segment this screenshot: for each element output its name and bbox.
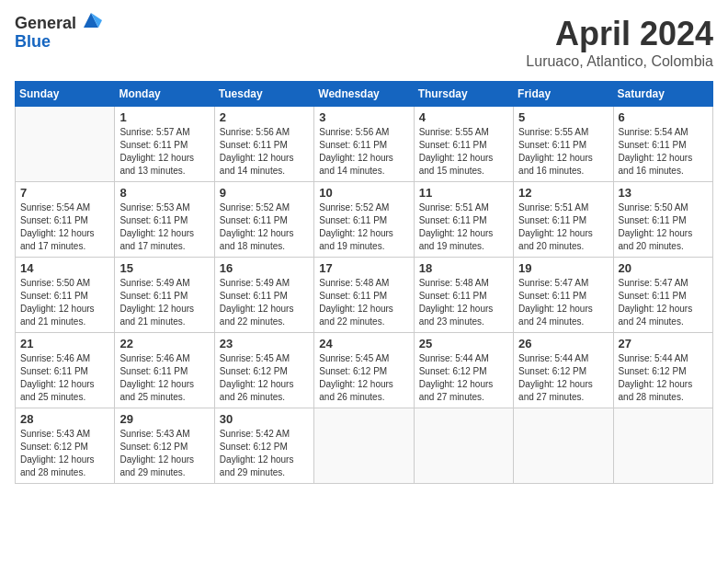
day-number: 17 (319, 261, 408, 275)
day-info: Sunrise: 5:55 AM Sunset: 6:11 PM Dayligh… (518, 126, 608, 178)
logo-general: General (15, 15, 76, 33)
day-number: 2 (220, 110, 309, 124)
calendar-day-cell: 28Sunrise: 5:43 AM Sunset: 6:12 PM Dayli… (16, 408, 115, 484)
calendar-day-cell: 25Sunrise: 5:44 AM Sunset: 6:12 PM Dayli… (414, 333, 513, 408)
day-number: 18 (419, 261, 508, 275)
day-number: 30 (220, 412, 309, 426)
day-number: 24 (319, 337, 408, 350)
day-number: 26 (518, 337, 608, 350)
weekday-header: Sunday (16, 82, 115, 107)
day-number: 15 (119, 261, 209, 275)
calendar-day-cell: 14Sunrise: 5:50 AM Sunset: 6:11 PM Dayli… (16, 258, 115, 333)
weekday-header: Wednesday (314, 82, 414, 107)
logo-blue: Blue (15, 33, 102, 52)
calendar-week-row: 1Sunrise: 5:57 AM Sunset: 6:11 PM Daylig… (16, 107, 713, 182)
calendar-day-cell: 29Sunrise: 5:43 AM Sunset: 6:12 PM Dayli… (115, 408, 214, 484)
day-number: 13 (619, 186, 708, 200)
calendar-day-cell: 13Sunrise: 5:50 AM Sunset: 6:11 PM Dayli… (613, 182, 712, 258)
day-info: Sunrise: 5:46 AM Sunset: 6:11 PM Dayligh… (20, 352, 109, 404)
weekday-header: Tuesday (214, 82, 313, 107)
day-number: 29 (119, 412, 209, 426)
day-number: 10 (319, 186, 408, 200)
day-number: 27 (619, 337, 708, 350)
day-number: 9 (220, 186, 309, 200)
calendar-day-cell (314, 408, 414, 484)
calendar-day-cell: 10Sunrise: 5:52 AM Sunset: 6:11 PM Dayli… (314, 182, 414, 258)
day-number: 16 (220, 261, 309, 275)
calendar-day-cell: 22Sunrise: 5:46 AM Sunset: 6:11 PM Dayli… (115, 333, 214, 408)
day-info: Sunrise: 5:46 AM Sunset: 6:11 PM Dayligh… (119, 352, 209, 404)
calendar-day-cell: 17Sunrise: 5:48 AM Sunset: 6:11 PM Dayli… (314, 258, 414, 333)
day-number: 11 (419, 186, 508, 200)
calendar-day-cell: 12Sunrise: 5:51 AM Sunset: 6:11 PM Dayli… (514, 182, 613, 258)
calendar-week-row: 21Sunrise: 5:46 AM Sunset: 6:11 PM Dayli… (16, 333, 713, 408)
day-info: Sunrise: 5:44 AM Sunset: 6:12 PM Dayligh… (619, 352, 708, 404)
day-number: 25 (419, 337, 508, 350)
day-info: Sunrise: 5:48 AM Sunset: 6:11 PM Dayligh… (319, 277, 408, 328)
day-info: Sunrise: 5:47 AM Sunset: 6:11 PM Dayligh… (518, 277, 608, 328)
day-number: 12 (518, 186, 608, 200)
calendar-day-cell (414, 408, 513, 484)
day-number: 6 (619, 110, 708, 124)
day-info: Sunrise: 5:56 AM Sunset: 6:11 PM Dayligh… (319, 126, 408, 178)
calendar-day-cell: 7Sunrise: 5:54 AM Sunset: 6:11 PM Daylig… (16, 182, 115, 258)
month-title: April 2024 (526, 15, 713, 53)
weekday-header: Thursday (414, 82, 513, 107)
page-header: General Blue April 2024 Luruaco, Atlanti… (15, 15, 713, 70)
calendar-day-cell: 21Sunrise: 5:46 AM Sunset: 6:11 PM Dayli… (16, 333, 115, 408)
day-number: 14 (20, 261, 109, 275)
calendar-day-cell: 8Sunrise: 5:53 AM Sunset: 6:11 PM Daylig… (115, 182, 214, 258)
calendar-day-cell: 4Sunrise: 5:55 AM Sunset: 6:11 PM Daylig… (414, 107, 513, 182)
calendar-day-cell (613, 408, 712, 484)
day-number: 5 (518, 110, 608, 124)
calendar-table: SundayMondayTuesdayWednesdayThursdayFrid… (15, 81, 713, 484)
day-number: 3 (319, 110, 408, 124)
calendar-day-cell: 11Sunrise: 5:51 AM Sunset: 6:11 PM Dayli… (414, 182, 513, 258)
day-info: Sunrise: 5:55 AM Sunset: 6:11 PM Dayligh… (419, 126, 508, 178)
weekday-header: Saturday (613, 82, 712, 107)
calendar-day-cell: 30Sunrise: 5:42 AM Sunset: 6:12 PM Dayli… (214, 408, 313, 484)
calendar-header-row: SundayMondayTuesdayWednesdayThursdayFrid… (16, 82, 713, 107)
day-info: Sunrise: 5:54 AM Sunset: 6:11 PM Dayligh… (20, 201, 109, 253)
day-number: 22 (119, 337, 209, 350)
calendar-day-cell: 6Sunrise: 5:54 AM Sunset: 6:11 PM Daylig… (613, 107, 712, 182)
logo-icon (80, 9, 102, 31)
day-info: Sunrise: 5:54 AM Sunset: 6:11 PM Dayligh… (619, 126, 708, 178)
day-info: Sunrise: 5:43 AM Sunset: 6:12 PM Dayligh… (119, 428, 209, 479)
day-info: Sunrise: 5:56 AM Sunset: 6:11 PM Dayligh… (220, 126, 309, 178)
day-number: 21 (20, 337, 109, 350)
day-info: Sunrise: 5:53 AM Sunset: 6:11 PM Dayligh… (119, 201, 209, 253)
day-info: Sunrise: 5:51 AM Sunset: 6:11 PM Dayligh… (518, 201, 608, 253)
day-number: 4 (419, 110, 508, 124)
day-info: Sunrise: 5:45 AM Sunset: 6:12 PM Dayligh… (220, 352, 309, 404)
day-number: 28 (20, 412, 109, 426)
calendar-week-row: 28Sunrise: 5:43 AM Sunset: 6:12 PM Dayli… (16, 408, 713, 484)
day-info: Sunrise: 5:52 AM Sunset: 6:11 PM Dayligh… (220, 201, 309, 253)
calendar-day-cell: 20Sunrise: 5:47 AM Sunset: 6:11 PM Dayli… (613, 258, 712, 333)
calendar-day-cell (514, 408, 613, 484)
day-number: 20 (619, 261, 708, 275)
calendar-day-cell: 18Sunrise: 5:48 AM Sunset: 6:11 PM Dayli… (414, 258, 513, 333)
weekday-header: Monday (115, 82, 214, 107)
calendar-day-cell: 2Sunrise: 5:56 AM Sunset: 6:11 PM Daylig… (214, 107, 313, 182)
title-area: April 2024 Luruaco, Atlantico, Colombia (526, 15, 713, 70)
calendar-day-cell: 24Sunrise: 5:45 AM Sunset: 6:12 PM Dayli… (314, 333, 414, 408)
day-info: Sunrise: 5:47 AM Sunset: 6:11 PM Dayligh… (619, 277, 708, 328)
day-info: Sunrise: 5:44 AM Sunset: 6:12 PM Dayligh… (419, 352, 508, 404)
day-info: Sunrise: 5:49 AM Sunset: 6:11 PM Dayligh… (119, 277, 209, 328)
logo: General Blue (15, 15, 102, 52)
day-info: Sunrise: 5:51 AM Sunset: 6:11 PM Dayligh… (419, 201, 508, 253)
calendar-week-row: 7Sunrise: 5:54 AM Sunset: 6:11 PM Daylig… (16, 182, 713, 258)
day-info: Sunrise: 5:49 AM Sunset: 6:11 PM Dayligh… (220, 277, 309, 328)
day-info: Sunrise: 5:57 AM Sunset: 6:11 PM Dayligh… (119, 126, 209, 178)
day-info: Sunrise: 5:42 AM Sunset: 6:12 PM Dayligh… (220, 428, 309, 479)
day-info: Sunrise: 5:50 AM Sunset: 6:11 PM Dayligh… (619, 201, 708, 253)
day-number: 23 (220, 337, 309, 350)
day-number: 7 (20, 186, 109, 200)
calendar-day-cell: 23Sunrise: 5:45 AM Sunset: 6:12 PM Dayli… (214, 333, 313, 408)
calendar-week-row: 14Sunrise: 5:50 AM Sunset: 6:11 PM Dayli… (16, 258, 713, 333)
logo-text: General Blue (15, 15, 102, 52)
calendar-day-cell: 26Sunrise: 5:44 AM Sunset: 6:12 PM Dayli… (514, 333, 613, 408)
day-number: 1 (119, 110, 209, 124)
day-info: Sunrise: 5:52 AM Sunset: 6:11 PM Dayligh… (319, 201, 408, 253)
